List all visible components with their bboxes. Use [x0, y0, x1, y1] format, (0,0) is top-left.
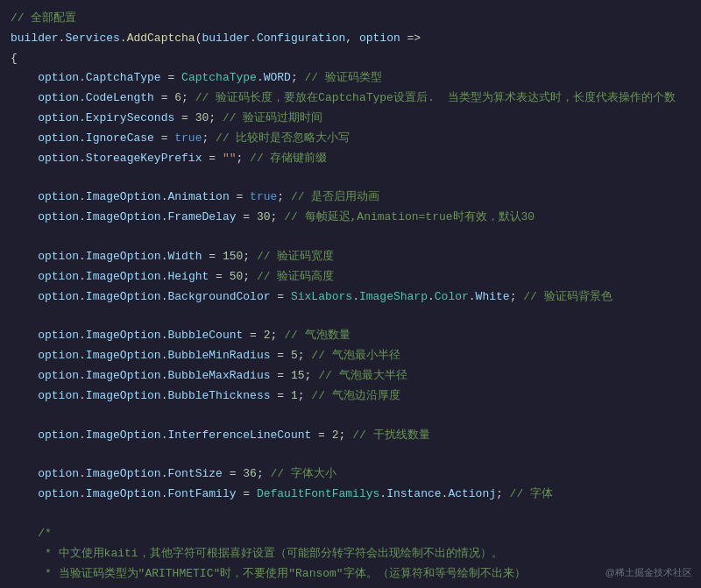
code-line-12: [0, 228, 701, 247]
code-line-15: option.ImageOption.BackgroundColor = Six…: [0, 287, 701, 308]
code-line-25: option.ImageOption.FontFamily = DefaultF…: [0, 485, 701, 505]
code-line-20: option.ImageOption.BubbleThickness = 1; …: [0, 386, 701, 407]
code-line-2: builder.Services.AddCaptcha(builder.Conf…: [0, 29, 701, 49]
code-line-10: option.ImageOption.Animation = true; // …: [0, 188, 701, 208]
code-line-1: // 全部配置: [0, 9, 701, 29]
watermark: @稀土掘金技术社区: [605, 566, 692, 579]
code-line-27: /*: [0, 524, 701, 544]
code-line-24: option.ImageOption.FontSize = 36; // 字体大…: [0, 464, 701, 485]
code-line-3: {: [0, 49, 701, 69]
code-line-21: [0, 407, 701, 426]
code-line-17: option.ImageOption.BubbleCount = 2; // 气…: [0, 326, 701, 346]
code-line-7: option.IgnoreCase = true; // 比较时是否忽略大小写: [0, 129, 701, 149]
code-line-6: option.ExpirySeconds = 30; // 验证码过期时间: [0, 109, 701, 129]
code-line-16: [0, 307, 701, 326]
code-line-26: [0, 505, 701, 524]
code-container: // 全部配置 builder.Services.AddCaptcha(buil…: [0, 0, 701, 588]
code-line-13: option.ImageOption.Width = 150; // 验证码宽度: [0, 247, 701, 267]
code-line-29: * 当验证码类型为"ARITHMETIC"时，不要使用"Ransom"字体。（运…: [0, 564, 701, 584]
code-line-22: option.ImageOption.InterferenceLineCount…: [0, 426, 701, 446]
code-line-8: option.StoreageKeyPrefix = ""; // 存储键前缀: [0, 149, 701, 169]
code-line-14: option.ImageOption.Height = 50; // 验证码高度: [0, 267, 701, 287]
code-line-4: option.CaptchaType = CaptchaType.WORD; /…: [0, 68, 701, 89]
code-line-11: option.ImageOption.FrameDelay = 30; // 每…: [0, 208, 701, 228]
code-line-9: [0, 168, 701, 188]
comment-1: // 全部配置: [11, 10, 76, 28]
code-line-19: option.ImageOption.BubbleMaxRadius = 15;…: [0, 366, 701, 386]
code-line-18: option.ImageOption.BubbleMinRadius = 5; …: [0, 346, 701, 366]
code-line-5: option.CodeLength = 6; // 验证码长度，要放在Captc…: [0, 89, 701, 109]
code-line-23: [0, 445, 701, 464]
code-line-28: * 中文使用kaiti，其他字符可根据喜好设置（可能部分转字符会出现绘制不出的情…: [0, 544, 701, 564]
code-line-30: */: [0, 584, 701, 588]
